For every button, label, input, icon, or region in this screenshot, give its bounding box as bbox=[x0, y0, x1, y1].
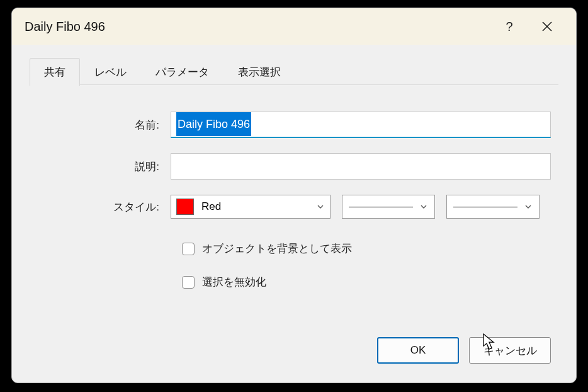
color-swatch bbox=[176, 199, 194, 215]
tab-common[interactable]: 共有 bbox=[30, 58, 80, 86]
label-style: スタイル: bbox=[37, 200, 171, 214]
tab-levels[interactable]: レベル bbox=[80, 58, 141, 86]
ok-button-label: OK bbox=[410, 344, 426, 357]
close-icon bbox=[542, 21, 552, 32]
draw-as-background-label: オブジェクトを背景として表示 bbox=[202, 241, 352, 256]
description-input[interactable] bbox=[171, 153, 551, 180]
row-name: 名前: Daily Fibo 496 bbox=[37, 112, 551, 138]
tab-common-label: 共有 bbox=[44, 66, 65, 78]
dialog-window: Daily Fibo 496 ? 共有 レベル パラメータ 表示選択 名前: D… bbox=[11, 8, 577, 383]
tab-underline bbox=[30, 84, 558, 85]
line-style-sample bbox=[349, 207, 413, 207]
chevron-down-icon bbox=[316, 202, 325, 211]
cancel-button[interactable]: キャンセル bbox=[469, 337, 551, 364]
color-name: Red bbox=[201, 200, 316, 213]
row-disable-selection: 選択を無効化 bbox=[182, 275, 551, 289]
line-width-dropdown[interactable] bbox=[446, 195, 540, 219]
help-button[interactable]: ? bbox=[490, 8, 528, 45]
chevron-down-icon bbox=[524, 202, 533, 211]
cancel-button-label: キャンセル bbox=[483, 343, 537, 358]
line-width-sample bbox=[453, 207, 517, 207]
tab-parameters-label: パラメータ bbox=[155, 66, 209, 78]
disable-selection-checkbox[interactable] bbox=[182, 276, 195, 289]
tab-content: 名前: Daily Fibo 496 説明: スタイル: Red bbox=[12, 85, 576, 337]
ok-button[interactable]: OK bbox=[377, 337, 459, 364]
color-dropdown[interactable]: Red bbox=[171, 195, 331, 219]
tab-visualization-label: 表示選択 bbox=[238, 66, 281, 78]
tab-parameters[interactable]: パラメータ bbox=[141, 58, 223, 86]
chevron-down-icon bbox=[419, 202, 428, 211]
label-name: 名前: bbox=[37, 118, 171, 132]
dialog-footer: OK キャンセル bbox=[12, 337, 576, 383]
titlebar: Daily Fibo 496 ? bbox=[12, 8, 576, 45]
tab-strip: 共有 レベル パラメータ 表示選択 bbox=[12, 45, 576, 85]
disable-selection-label: 選択を無効化 bbox=[202, 275, 266, 289]
tab-levels-label: レベル bbox=[94, 66, 127, 78]
dialog-title: Daily Fibo 496 bbox=[25, 20, 490, 34]
row-description: 説明: bbox=[37, 153, 551, 180]
row-draw-as-background: オブジェクトを背景として表示 bbox=[182, 241, 551, 256]
name-input[interactable]: Daily Fibo 496 bbox=[171, 112, 551, 138]
row-style: スタイル: Red bbox=[37, 195, 551, 219]
name-input-selection: Daily Fibo 496 bbox=[176, 112, 251, 136]
close-button[interactable] bbox=[528, 8, 566, 45]
label-description: 説明: bbox=[37, 159, 171, 174]
line-style-dropdown[interactable] bbox=[342, 195, 435, 219]
tab-visualization[interactable]: 表示選択 bbox=[223, 58, 295, 86]
draw-as-background-checkbox[interactable] bbox=[182, 243, 195, 255]
